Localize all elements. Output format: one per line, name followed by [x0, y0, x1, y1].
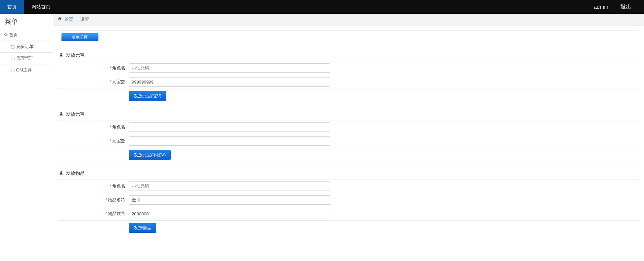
section-title: 发放物品： [58, 167, 639, 179]
item-name-label: 物品名称 [108, 197, 125, 202]
amount-input[interactable] [129, 136, 330, 146]
form-row-submit: 发放物品 [58, 221, 639, 235]
section-title-text: 发放物品： [66, 170, 89, 176]
nav-site-home[interactable]: 网站首页 [24, 0, 58, 14]
role-input[interactable] [129, 122, 330, 132]
person-icon [59, 111, 65, 117]
sidebar: 菜单 ✿首页 ▢充值订单 ▢代理管理 ▢GM工具 [0, 14, 53, 261]
section-title: 发放元宝： [58, 108, 639, 120]
sidebar-home-label: 首页 [9, 32, 18, 37]
sidebar-home[interactable]: ✿首页 [0, 29, 53, 41]
role-input[interactable] [129, 181, 330, 191]
breadcrumb-sep: › [76, 17, 77, 22]
sidebar-item-label: 充值订单 [16, 44, 34, 49]
form-row-amount: *元宝数 [58, 75, 639, 89]
section-title-text: 发放元宝： [66, 111, 89, 117]
breadcrumb-home-link[interactable]: 首页 [65, 17, 73, 22]
form-row-submit: 发放元宝(不涨V) [58, 148, 639, 162]
item-name-input[interactable] [129, 195, 330, 205]
role-label: 角色名 [112, 184, 125, 189]
amount-label: 元宝数 [112, 138, 125, 143]
form-row-amount: *元宝数 [58, 134, 639, 148]
breadcrumb-current: 设置 [80, 17, 89, 22]
role-label: 角色名 [112, 65, 125, 70]
form-row-role: *角色名 [58, 61, 639, 75]
form-row-item-name: *物品名称 [58, 193, 639, 207]
svg-point-2 [60, 171, 62, 173]
sidebar-item-label: 代理管理 [16, 56, 34, 61]
issue-yuanbao-nov-button[interactable]: 发放元宝(不涨V) [129, 150, 171, 160]
home-icon [58, 17, 63, 22]
section-title-text: 发放元宝： [66, 52, 89, 58]
section-title: 发放元宝： [58, 49, 639, 61]
form-row-role: *角色名 [58, 120, 639, 134]
sidebar-item-label: GM工具 [16, 67, 32, 72]
amount-label: 元宝数 [112, 79, 125, 84]
nav-home[interactable]: 首页 [0, 0, 24, 14]
issue-item-button[interactable]: 发放物品 [129, 223, 156, 233]
section-issue-yuanbao-v: 发放元宝： *角色名 *元宝数 发放元宝(涨V) [58, 49, 639, 103]
sidebar-item-agent[interactable]: ▢代理管理 [0, 53, 53, 64]
item-qty-input[interactable] [129, 209, 330, 218]
top-nav: 首页 网站首页 admin 退出 [0, 0, 644, 14]
amount-input[interactable] [129, 77, 330, 87]
sidebar-item-gm-tools[interactable]: ▢GM工具 [0, 64, 53, 76]
zone-card: 更换分区 [58, 30, 639, 44]
file-icon: ▢ [11, 44, 15, 49]
section-issue-item: 发放物品： *角色名 *物品名称 *物品数量 [58, 167, 639, 235]
person-icon [59, 52, 65, 58]
form-row-role: *角色名 [58, 179, 639, 193]
role-label: 角色名 [112, 124, 125, 129]
person-icon [59, 170, 65, 176]
issue-yuanbao-v-button[interactable]: 发放元宝(涨V) [129, 91, 166, 101]
item-qty-label: 物品数量 [108, 211, 125, 216]
svg-point-1 [60, 112, 62, 114]
gear-icon: ✿ [4, 32, 8, 37]
change-zone-button[interactable]: 更换分区 [61, 33, 98, 41]
nav-logout[interactable]: 退出 [614, 3, 637, 10]
sidebar-title: 菜单 [0, 14, 53, 29]
file-icon: ▢ [11, 56, 15, 61]
form-row-item-qty: *物品数量 [58, 207, 639, 221]
breadcrumb: 首页 › 设置 [53, 14, 644, 25]
svg-point-0 [60, 53, 62, 55]
form-row-submit: 发放元宝(涨V) [58, 89, 639, 103]
role-input[interactable] [129, 63, 330, 73]
sidebar-item-recharge[interactable]: ▢充值订单 [0, 41, 53, 53]
file-icon: ▢ [11, 67, 15, 72]
nav-user[interactable]: admin [588, 4, 614, 10]
section-issue-yuanbao-nov: 发放元宝： *角色名 *元宝数 发放元宝(不涨V) [58, 108, 639, 162]
